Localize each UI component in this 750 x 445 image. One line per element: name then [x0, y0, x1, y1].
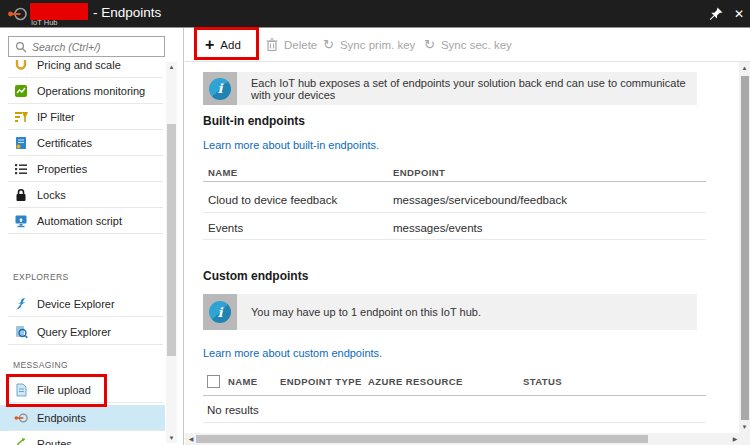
blade-subtitle: IoT Hub: [31, 18, 58, 27]
endpoints-icon: [7, 4, 28, 28]
custom-col-name: NAME: [228, 376, 258, 387]
no-results-text: No results: [207, 404, 259, 416]
endpoints-content: i Each IoT hub exposes a set of endpoint…: [185, 62, 739, 433]
sidebar-item-automation-script[interactable]: Automation script: [0, 208, 165, 234]
scroll-up-icon[interactable]: ▲: [739, 63, 750, 73]
operations-monitoring-icon: [13, 84, 28, 99]
scroll-right-icon[interactable]: ▶: [730, 435, 740, 444]
trash-icon: [266, 38, 278, 51]
blade-title: - Endpoints: [93, 5, 161, 20]
scroll-down-icon[interactable]: ▼: [739, 422, 750, 432]
sidebar-item-file-upload[interactable]: File upload: [0, 377, 165, 403]
sidebar-item-label: File upload: [37, 384, 91, 396]
properties-icon: [13, 162, 28, 177]
builtin-info-text: Each IoT hub exposes a set of endpoints …: [251, 77, 697, 101]
blade-title-bar: - Endpoints IoT Hub ✕: [0, 0, 750, 28]
custom-col-status: STATUS: [523, 376, 562, 387]
sidebar-item-label: Certificates: [37, 137, 92, 149]
endpoint-value: messages/servicebound/feedback: [393, 194, 567, 206]
refresh-icon: ↻: [424, 38, 435, 51]
automation-script-icon: [13, 214, 28, 229]
builtin-col-endpoint: ENDPOINT: [393, 167, 445, 178]
info-icon-box: i: [203, 294, 237, 330]
sidebar-item-pricing-and-scale[interactable]: Pricing and scale: [0, 52, 165, 78]
sidebar-item-device-explorer[interactable]: Device Explorer: [0, 291, 165, 317]
command-bar: + Add Delete ↻ Sync prim. key ↻ Sync sec…: [185, 28, 750, 62]
info-icon-box: i: [203, 72, 237, 105]
add-button[interactable]: + Add: [205, 28, 241, 61]
scrollbar-thumb[interactable]: [167, 124, 176, 356]
sidebar-item-locks[interactable]: Locks: [0, 182, 165, 208]
sidebar-section-messaging: MESSAGING: [13, 360, 163, 370]
routes-icon: [13, 437, 28, 445]
custom-col-azure-resource: AZURE RESOURCE: [368, 376, 463, 387]
delete-button[interactable]: Delete: [266, 28, 317, 61]
builtin-learn-more-link[interactable]: Learn more about built-in endpoints.: [203, 139, 379, 151]
sidebar-item-query-explorer[interactable]: Query Explorer: [0, 319, 165, 345]
custom-learn-more-link[interactable]: Learn more about custom endpoints.: [203, 347, 382, 359]
close-icon[interactable]: ✕: [730, 5, 748, 23]
sidebar-item-routes[interactable]: Routes: [0, 431, 165, 445]
scroll-down-icon[interactable]: ▼: [166, 433, 177, 443]
custom-col-endpoint-type: ENDPOINT TYPE: [280, 376, 362, 387]
ip-filter-icon: [13, 110, 28, 125]
sidebar-scrollbar[interactable]: ▲ ▼: [166, 62, 177, 443]
content-horizontal-scrollbar[interactable]: ◀ ▶: [185, 433, 750, 445]
sidebar-item-label: Endpoints: [37, 412, 86, 424]
sidebar-item-ip-filter[interactable]: IP Filter: [0, 104, 165, 130]
endpoint-name: Events: [208, 222, 243, 234]
file-upload-icon: [13, 383, 28, 398]
sidebar-item-certificates[interactable]: Certificates: [0, 130, 165, 156]
refresh-icon: ↻: [323, 38, 334, 51]
content-vertical-scrollbar[interactable]: ▲ ▼: [739, 62, 750, 433]
sidebar-item-label: IP Filter: [37, 111, 75, 123]
custom-info-banner: i You may have up to 1 endpoint on this …: [203, 294, 697, 330]
sidebar-section-explorers: EXPLORERS: [13, 272, 163, 282]
sync-primary-key-button[interactable]: ↻ Sync prim. key: [323, 28, 415, 61]
endpoints-icon: [13, 411, 28, 426]
sidebar-item-label: Query Explorer: [37, 326, 111, 338]
sidebar-item-label: Properties: [37, 163, 87, 175]
sidebar-item-label: Routes: [37, 438, 72, 445]
search-icon: [15, 41, 27, 53]
custom-info-text: You may have up to 1 endpoint on this Io…: [251, 306, 481, 318]
certificates-icon: [13, 136, 28, 151]
builtin-heading: Built-in endpoints: [203, 114, 305, 128]
search-input[interactable]: [32, 41, 150, 53]
scrollbar-thumb[interactable]: [741, 76, 749, 420]
builtin-info-banner: i Each IoT hub exposes a set of endpoint…: [203, 72, 697, 105]
sidebar-item-endpoints[interactable]: Endpoints: [0, 405, 165, 431]
lock-icon: [13, 188, 28, 203]
custom-heading: Custom endpoints: [203, 269, 308, 283]
blade-menu-sidebar: Pricing and scale Operations monitoring …: [0, 28, 184, 445]
sync-secondary-key-button[interactable]: ↻ Sync sec. key: [424, 28, 512, 61]
sidebar-item-label: Locks: [37, 189, 66, 201]
sidebar-item-label: Operations monitoring: [37, 85, 145, 97]
select-all-checkbox[interactable]: [207, 375, 220, 388]
sidebar-item-label: Device Explorer: [37, 298, 115, 310]
scroll-left-icon[interactable]: ◀: [186, 435, 196, 444]
pushpin-icon[interactable]: [708, 6, 726, 24]
endpoint-value: messages/events: [393, 222, 483, 234]
plus-icon: +: [205, 38, 214, 52]
endpoint-name: Cloud to device feedback: [208, 194, 337, 206]
device-explorer-icon: [13, 297, 28, 312]
builtin-col-name: NAME: [208, 167, 238, 178]
sidebar-item-operations-monitoring[interactable]: Operations monitoring: [0, 78, 165, 104]
sidebar-item-properties[interactable]: Properties: [0, 156, 165, 182]
sidebar-item-label: Pricing and scale: [37, 59, 121, 71]
azure-portal-blade: - Endpoints IoT Hub ✕ Pricing and scale …: [0, 0, 750, 445]
info-icon: i: [209, 301, 231, 323]
info-icon: i: [209, 78, 231, 100]
query-explorer-icon: [13, 325, 28, 340]
scrollbar-thumb[interactable]: [196, 435, 648, 443]
pricing-scale-icon: [13, 58, 28, 73]
sidebar-item-label: Automation script: [37, 215, 122, 227]
scroll-up-icon[interactable]: ▲: [166, 62, 177, 72]
